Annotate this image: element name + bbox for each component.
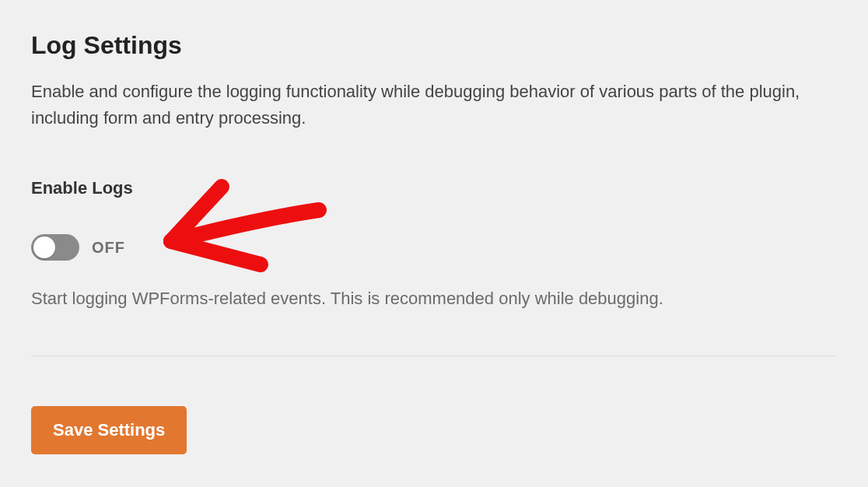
enable-logs-toggle[interactable] — [31, 234, 79, 261]
enable-logs-label: Enable Logs — [31, 178, 837, 198]
enable-logs-state: OFF — [92, 239, 125, 257]
page-description: Enable and configure the logging functio… — [31, 79, 824, 131]
page-title: Log Settings — [31, 31, 837, 60]
save-settings-button[interactable]: Save Settings — [31, 406, 187, 454]
enable-logs-help: Start logging WPForms-related events. Th… — [31, 289, 837, 309]
section-divider — [31, 356, 837, 356]
toggle-knob-icon — [33, 236, 55, 258]
